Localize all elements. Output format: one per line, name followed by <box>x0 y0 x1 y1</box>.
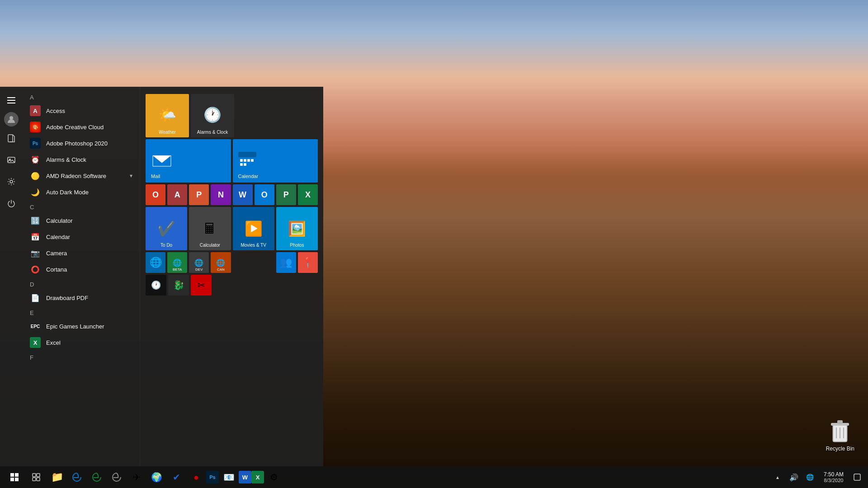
tile-maps[interactable]: 📍 <box>298 252 318 273</box>
svg-rect-17 <box>247 159 250 162</box>
svg-rect-15 <box>240 159 243 162</box>
taskbar-word[interactable]: W <box>239 471 251 483</box>
taskbar-edge-beta[interactable] <box>87 467 107 487</box>
taskbar-photoshop[interactable]: Ps <box>206 471 219 483</box>
section-c-label: C <box>23 200 140 212</box>
taskbar-excel[interactable]: X <box>251 471 264 483</box>
tile-calendar[interactable]: Calendar <box>233 139 318 183</box>
drawboard-icon: 📄 <box>30 292 41 303</box>
alarms-tile-label: Alarms & Clock <box>191 130 234 135</box>
app-amd[interactable]: 🟡 AMD Radeon Software ▾ <box>23 168 140 184</box>
taskbar-globe[interactable]: 🌍 <box>146 467 166 487</box>
amd-label: AMD Radeon Software <box>46 173 106 179</box>
app-adobe-cc[interactable]: 🎨 Adobe Creative Cloud <box>23 119 140 135</box>
settings-nav[interactable] <box>1 172 21 192</box>
tile-mail[interactable]: Mail <box>146 139 231 183</box>
app-epic[interactable]: EPC Epic Games Launcher <box>23 318 140 334</box>
tile-edge-stable[interactable]: 🌐 <box>146 252 165 273</box>
recycle-bin-icon <box>829 418 851 444</box>
tray-network-icon[interactable]: 🌐 <box>803 470 817 484</box>
app-calendar[interactable]: 📅 Calendar <box>23 229 140 245</box>
taskbar-settings[interactable]: ⚙ <box>264 467 284 487</box>
tile-outlook-small[interactable]: O <box>255 184 274 205</box>
access-icon: A <box>30 105 41 116</box>
app-list: A A Access 🎨 Adobe Creative Cloud Ps Ado… <box>23 87 140 466</box>
taskbar-file-explorer[interactable]: 📁 <box>47 467 67 487</box>
amd-icon: 🟡 <box>30 170 41 181</box>
tile-project[interactable]: P <box>276 184 296 205</box>
spacer-2 <box>255 252 274 273</box>
app-calculator[interactable]: 🔢 Calculator <box>23 212 140 229</box>
system-clock[interactable]: 7:50 AM 8/3/2020 <box>820 466 847 488</box>
spacer-1 <box>233 252 253 273</box>
section-d-label: D <box>23 277 140 290</box>
edge-can-label: CAN <box>217 267 225 272</box>
hamburger-button[interactable] <box>1 90 21 110</box>
tile-office-hub[interactable]: O <box>146 184 165 205</box>
tile-edge-can[interactable]: 🌐 CAN <box>211 252 231 273</box>
tile-access[interactable]: A <box>167 184 187 205</box>
svg-rect-23 <box>33 478 36 481</box>
user-avatar[interactable] <box>4 112 19 127</box>
clock-time: 7:50 AM <box>824 471 844 478</box>
notification-center-button[interactable] <box>850 470 864 484</box>
app-drawboard[interactable]: 📄 Drawboard PDF <box>23 290 140 306</box>
tile-misc3[interactable]: ✂ <box>191 275 212 296</box>
svg-rect-22 <box>37 474 40 477</box>
excel-label: Excel <box>46 339 61 346</box>
power-nav[interactable] <box>1 193 21 213</box>
taskbar-todo[interactable]: ✔ <box>166 467 186 487</box>
photos-tile-icon: 🖼️ <box>288 220 306 237</box>
tray-volume-icon[interactable]: 🔊 <box>787 470 801 484</box>
taskbar-telegram[interactable]: ✈ <box>127 467 146 487</box>
tile-photos[interactable]: 🖼️ Photos <box>276 207 318 250</box>
tile-misc2[interactable]: 🐉 <box>168 275 189 296</box>
app-photoshop[interactable]: Ps Adobe Photoshop 2020 <box>23 135 140 151</box>
edge-beta-label: BETA <box>173 267 182 272</box>
tile-people[interactable]: 👥 <box>276 252 296 273</box>
taskbar-papercut[interactable]: ● <box>186 467 206 487</box>
tile-edge-beta[interactable]: 🌐 BETA <box>167 252 187 273</box>
tile-movies[interactable]: ▶️ Movies & TV <box>233 207 274 250</box>
tray-expand-icon[interactable]: ▲ <box>770 470 785 484</box>
task-view-button[interactable] <box>25 466 47 488</box>
tile-weather[interactable]: 🌤️ Weather <box>146 94 189 137</box>
svg-rect-16 <box>244 159 246 162</box>
camera-icon: 📷 <box>30 248 41 258</box>
tile-word[interactable]: W <box>233 184 253 205</box>
taskbar-edge[interactable] <box>67 467 87 487</box>
app-alarms[interactable]: ⏰ Alarms & Clock <box>23 151 140 168</box>
epic-label: Epic Games Launcher <box>46 323 104 330</box>
app-camera[interactable]: 📷 Camera <box>23 245 140 261</box>
tiles-row-3: ✔️ To Do 🖩 Calculator ▶️ Movies & TV 🖼️ … <box>146 207 318 250</box>
app-autodark[interactable]: 🌙 Auto Dark Mode <box>23 184 140 200</box>
app-cortana[interactable]: ⭕ Cortana <box>23 261 140 277</box>
documents-nav[interactable] <box>1 128 21 148</box>
adobe-cc-icon: 🎨 <box>30 122 41 132</box>
tile-calculator[interactable]: 🖩 Calculator <box>189 207 231 250</box>
recycle-bin[interactable]: Recycle Bin <box>826 418 854 452</box>
start-button[interactable] <box>4 466 25 488</box>
alarms-label: Alarms & Clock <box>46 156 86 163</box>
tile-onenote[interactable]: N <box>211 184 231 205</box>
tile-alarms-clock[interactable]: 🕐 Alarms & Clock <box>191 94 234 137</box>
tile-edge-dev[interactable]: 🌐 DEV <box>189 252 209 273</box>
start-menu-left: A A Access 🎨 Adobe Creative Cloud Ps Ado… <box>0 87 140 466</box>
tile-todo[interactable]: ✔️ To Do <box>146 207 187 250</box>
amd-expand-icon[interactable]: ▾ <box>130 173 132 179</box>
app-excel[interactable]: X Excel <box>23 334 140 351</box>
taskbar-outlook[interactable]: 📧 <box>219 467 239 487</box>
tile-powerpoint[interactable]: P <box>189 184 209 205</box>
autodark-icon: 🌙 <box>30 187 41 197</box>
svg-rect-3 <box>837 420 843 424</box>
movies-tile-icon: ▶️ <box>245 220 263 237</box>
tile-excel-small[interactable]: X <box>298 184 318 205</box>
clock-date: 8/3/2020 <box>824 478 844 483</box>
mail-tile-label: Mail <box>151 174 160 179</box>
taskbar-edge-dev[interactable] <box>107 467 127 487</box>
app-access[interactable]: A Access <box>23 103 140 119</box>
photos-nav[interactable] <box>1 150 21 170</box>
tile-misc1[interactable]: 🕐 <box>146 275 166 296</box>
section-f-label: F <box>23 351 140 363</box>
notification-icon <box>854 474 861 481</box>
